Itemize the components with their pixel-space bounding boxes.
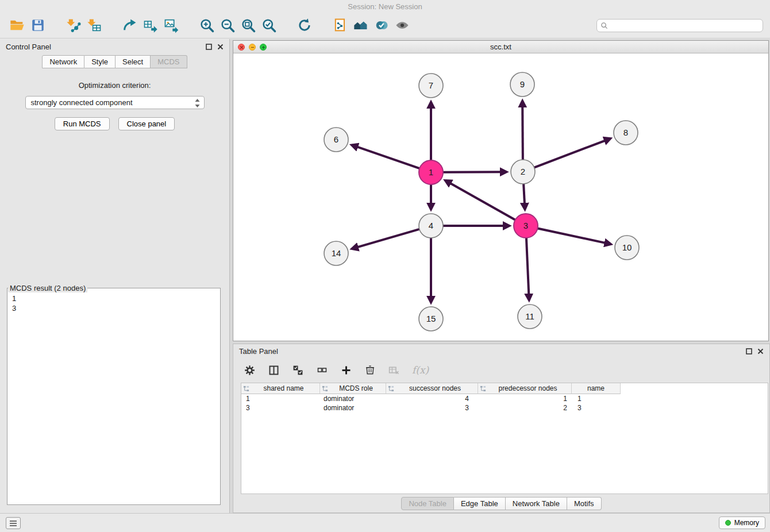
close-table-panel-icon[interactable] [757,348,764,354]
tab-node-table[interactable]: Node Table [401,497,454,510]
deselect-all-icon[interactable] [316,364,328,376]
column-header-mcds-role[interactable]: MCDS role [320,383,386,394]
console-button[interactable] [6,517,21,529]
graph-edge-2-3[interactable] [523,184,525,209]
graph-node-label: 7 [429,80,433,90]
select-all-icon[interactable] [292,364,304,376]
import-network-icon [66,17,82,33]
style-check-button[interactable] [371,15,392,36]
table-row[interactable]: 3 dominator 3 2 3 [241,403,768,413]
tab-network-table[interactable]: Network Table [506,497,567,510]
tab-style[interactable]: Style [84,55,116,68]
network-canvas[interactable]: 7968124314101511 [233,53,768,341]
mcds-result-title: MCDS result (2 nodes) [8,284,87,292]
delete-table-disabled-icon [388,364,400,376]
memory-button[interactable]: Memory [719,516,765,529]
network-graph[interactable]: 7968124314101511 [233,53,768,341]
save-session-button[interactable] [28,15,48,36]
delete-column-icon[interactable] [364,364,376,376]
column-header-predecessor-nodes[interactable]: predecessor nodes [478,383,572,394]
tab-motifs[interactable]: Motifs [567,497,602,510]
tab-edge-table[interactable]: Edge Table [454,497,506,510]
add-column-icon[interactable] [340,364,352,376]
table-row[interactable]: 1 dominator 4 1 1 [241,394,768,403]
cell-successor-nodes[interactable]: 4 [386,395,478,403]
graph-node-label: 3 [523,221,528,230]
zoom-out-icon [220,17,236,33]
network-window: scc.txt 7968124314101511 [233,40,769,341]
column-header-shared-name[interactable]: shared name [241,383,320,394]
window-title: Session: New Session [348,2,422,11]
graph-edge-2-9[interactable] [522,101,523,160]
export-image-icon [163,17,179,33]
zoom-in-icon [199,17,215,33]
zoom-selected-button[interactable] [259,15,279,36]
criterion-select[interactable]: strongly connected component [25,96,205,109]
graph-edge-4-14[interactable] [352,229,419,249]
node-table-header: shared name MCDS role successor nodes [241,383,768,394]
apply-layout-button[interactable] [294,15,315,36]
mcds-result-line: 3 [12,303,215,313]
search-input[interactable] [608,21,759,30]
cell-mcds-role[interactable]: dominator [320,404,386,412]
cell-successor-nodes[interactable]: 3 [386,404,478,412]
column-header-name[interactable]: name [572,383,621,394]
refresh-layout-icon [297,17,313,33]
table-toolbar: f(x) [233,358,769,381]
tab-select[interactable]: Select [116,55,151,68]
control-panel-title: Control Panel [6,43,51,51]
float-table-panel-icon[interactable] [746,348,752,354]
first-neighbors-button[interactable] [351,15,371,36]
graph-edge-3-11[interactable] [526,238,529,300]
graph-edge-1-2[interactable] [443,172,506,172]
control-panel: Control Panel Network Style Select MCDS … [0,39,230,513]
export-network-button[interactable] [120,15,140,36]
export-image-button[interactable] [161,15,182,36]
cell-name[interactable]: 1 [572,395,621,403]
select-arrows-icon [195,99,200,107]
minimize-window-button[interactable] [249,44,256,51]
status-bar: Memory [0,513,770,532]
export-network-icon [122,17,138,33]
zoom-in-button[interactable] [197,15,217,36]
cell-predecessor-nodes[interactable]: 2 [478,404,572,412]
export-table-button[interactable] [140,15,161,36]
network-overview-button[interactable] [330,15,351,36]
zoom-window-button[interactable] [260,44,267,51]
graph-edge-2-8[interactable] [534,138,610,167]
tab-network[interactable]: Network [42,55,84,68]
graph-node-label: 6 [334,134,338,144]
import-network-button[interactable] [63,15,84,36]
cell-predecessor-nodes[interactable]: 1 [478,395,572,403]
show-hide-button[interactable] [392,15,413,36]
zoom-out-button[interactable] [217,15,238,36]
search-field[interactable] [596,19,763,32]
tab-mcds[interactable]: MCDS [151,55,187,68]
close-panel-icon[interactable] [217,44,224,50]
cell-shared-name[interactable]: 3 [241,404,320,412]
show-columns-icon[interactable] [268,364,280,376]
zoom-fit-button[interactable] [238,15,259,36]
cell-shared-name[interactable]: 1 [241,395,320,403]
close-panel-button[interactable]: Close panel [118,117,175,130]
node-table: shared name MCDS role successor nodes [241,383,768,494]
graph-node-label: 8 [623,128,628,137]
memory-label: Memory [734,519,759,527]
table-settings-gear-icon[interactable] [244,364,256,376]
list-icon [9,520,17,527]
run-mcds-button[interactable]: Run MCDS [55,117,110,130]
network-window-title: scc.txt [490,43,511,51]
column-header-successor-nodes[interactable]: successor nodes [386,383,478,394]
graph-edge-1-6[interactable] [352,145,419,168]
cell-name[interactable]: 3 [572,404,621,412]
import-table-button[interactable] [84,15,105,36]
graph-node-label: 10 [622,242,632,252]
close-window-button[interactable] [238,44,245,51]
float-panel-icon[interactable] [206,44,212,50]
criterion-selected-value: strongly connected component [31,98,133,107]
network-window-titlebar[interactable]: scc.txt [233,41,768,53]
graph-edge-3-1[interactable] [445,180,515,219]
graph-edge-3-10[interactable] [538,228,611,244]
open-session-button[interactable] [7,15,28,36]
cell-mcds-role[interactable]: dominator [320,395,386,403]
